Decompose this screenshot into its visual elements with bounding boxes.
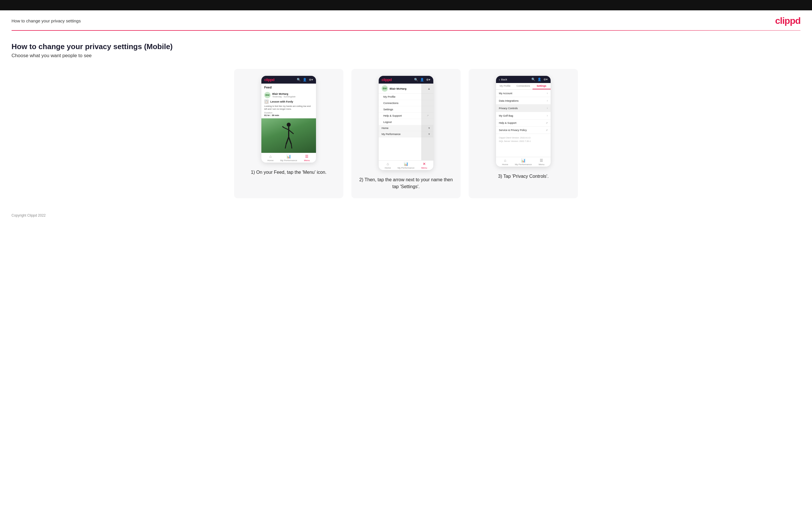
svg-line-5 — [286, 137, 289, 144]
version-line1: Clippd Client Version: 2022.8.3-3 — [499, 136, 548, 139]
dropdown-menu: BM Blair McHarg ▲ My Profile Connections… — [379, 83, 433, 160]
page-heading: How to change your privacy settings (Mob… — [11, 42, 801, 51]
feed-post: BM Blair McHarg Yesterday · Sunningdale … — [261, 90, 316, 118]
user-icon-3[interactable]: 👤 — [538, 77, 542, 81]
user-icon-2[interactable]: 👤 — [420, 78, 424, 81]
nav-home-3[interactable]: ⌂ Home — [496, 158, 514, 166]
chevron-right-golfbag-icon: › — [547, 114, 548, 117]
svg-line-3 — [283, 126, 284, 127]
external-link-policy-icon: ↗ — [546, 129, 548, 131]
settings-icon-3[interactable]: ⊕▾ — [544, 77, 548, 81]
nav-menu-3[interactable]: ☰ Menu — [532, 158, 551, 166]
lesson-title: Lesson with Fordy — [270, 100, 293, 103]
settings-empty-space — [496, 145, 551, 157]
menu-label-help: Help & Support — [383, 114, 402, 117]
nav-home-label-2: Home — [385, 167, 391, 169]
settings-icon-2[interactable]: ⊕▾ — [426, 78, 430, 81]
golf-image — [261, 118, 316, 153]
back-label[interactable]: Back — [501, 78, 507, 81]
steps-row: clippd 🔍 👤 ⊕▾ Feed BM Blair McHarg — [11, 69, 801, 198]
lesson-duration-val: 01 hr : 30 min — [264, 114, 313, 117]
settings-label-serviceprivacy: Service & Privacy Policy — [499, 129, 527, 131]
menu-icon: ☰ — [305, 154, 308, 159]
footer: Copyright Clippd 2022 — [0, 204, 812, 223]
svg-line-2 — [284, 127, 289, 130]
phone-bottomnav-3: ⌂ Home 📊 My Performance ☰ Menu — [496, 157, 551, 167]
user-left-2: BM Blair McHarg — [382, 85, 407, 92]
tab-settings[interactable]: Settings — [532, 83, 551, 89]
feed-label: Feed — [261, 83, 316, 90]
chevron-right-dataint-icon: › — [547, 99, 548, 102]
page-subheading: Choose what you want people to see — [11, 53, 801, 59]
svg-line-6 — [289, 137, 291, 144]
settings-tabs: My Profile Connections Settings — [496, 83, 551, 90]
settings-item-mygolfbag[interactable]: My Golf Bag › — [496, 112, 551, 119]
phone-topbar-icons-3: 🔍 👤 ⊕▾ — [531, 77, 548, 81]
nav-performance-1[interactable]: 📊 My Performance — [280, 154, 298, 162]
step-card-2: clippd 🔍 👤 ⊕▾ BM Blair McHarg ▲ — [351, 69, 461, 198]
post-user-name: Blair McHarg — [272, 93, 296, 95]
step-caption-2: 2) Then, tap the arrow next to your name… — [357, 176, 455, 190]
phone-topbar-icons-1: 🔍 👤 ⊕▾ — [297, 78, 313, 81]
home-icon: ⌂ — [269, 154, 272, 159]
close-icon-2: ✕ — [423, 162, 426, 166]
step-card-3: ‹ Back 🔍 👤 ⊕▾ My Profile Connections Set… — [469, 69, 578, 198]
header: How to change your privacy settings clip… — [0, 10, 812, 30]
version-line2: GQL Server Version: 2022.7.30-1 — [499, 139, 548, 143]
phone-topbar-icons-2: 🔍 👤 ⊕▾ — [414, 78, 430, 81]
home-icon-3: ⌂ — [504, 158, 506, 163]
header-title: How to change your privacy settings — [11, 18, 81, 23]
golfer-svg — [281, 121, 297, 150]
menu-label-myprofile: My Profile — [383, 95, 395, 98]
settings-item-privacycontrols[interactable]: Privacy Controls › — [496, 105, 551, 112]
chart-icon-3: 📊 — [521, 158, 525, 163]
svg-line-4 — [289, 130, 294, 134]
search-icon-3[interactable]: 🔍 — [531, 77, 536, 81]
tab-connections[interactable]: Connections — [514, 83, 532, 89]
settings-icon[interactable]: ⊕▾ — [309, 78, 313, 81]
phone-mockup-2: clippd 🔍 👤 ⊕▾ BM Blair McHarg ▲ — [379, 76, 433, 170]
settings-label-privacycontrols: Privacy Controls — [499, 107, 518, 110]
footer-copyright: Copyright Clippd 2022 — [11, 213, 46, 217]
lesson-desc: Looking to feel like my hands are exitin… — [264, 105, 313, 111]
back-arrow-icon[interactable]: ‹ — [499, 78, 500, 81]
nav-perf-label-2: My Performance — [398, 167, 415, 169]
step-caption-3: 3) Tap 'Privacy Controls'. — [498, 173, 549, 180]
step-card-1: clippd 🔍 👤 ⊕▾ Feed BM Blair McHarg — [234, 69, 343, 198]
search-icon[interactable]: 🔍 — [297, 78, 301, 81]
nav-home-label-3: Home — [502, 163, 508, 166]
phone-mockup-1: clippd 🔍 👤 ⊕▾ Feed BM Blair McHarg — [261, 76, 316, 163]
nav-menu-label-2: Menu — [421, 167, 427, 169]
nav-menu-1[interactable]: ☰ Menu — [298, 154, 316, 162]
chart-icon-2: 📊 — [404, 162, 408, 166]
post-user-sub: Yesterday · Sunningdale — [272, 95, 296, 98]
nav-home-2[interactable]: ⌂ Home — [379, 162, 397, 169]
chevron-right-privacy-icon: › — [547, 107, 548, 110]
main-content: How to change your privacy settings (Mob… — [0, 31, 812, 204]
phone-logo-2: clippd — [382, 77, 392, 82]
menu-section-home-label: Home — [382, 127, 389, 129]
lesson-duration-label: Duration — [264, 111, 313, 114]
menu-label-connections: Connections — [383, 101, 399, 105]
settings-item-helpsupport[interactable]: Help & Support ↗ — [496, 119, 551, 127]
phone-logo-1: clippd — [264, 77, 274, 82]
home-icon-2: ⌂ — [387, 162, 389, 166]
step-caption-1: 1) On your Feed, tap the 'Menu' icon. — [251, 169, 326, 176]
user-icon[interactable]: 👤 — [303, 78, 307, 81]
username-2: Blair McHarg — [390, 87, 407, 90]
tab-myprofile[interactable]: My Profile — [496, 83, 514, 89]
search-icon-2[interactable]: 🔍 — [414, 78, 418, 81]
settings-item-serviceprivacy[interactable]: Service & Privacy Policy ↗ — [496, 127, 551, 134]
settings-label-dataintegrations: Data Integrations — [499, 99, 519, 102]
nav-home-1[interactable]: ⌂ Home — [261, 154, 280, 162]
phone-topbar-2: clippd 🔍 👤 ⊕▾ — [379, 76, 433, 83]
nav-close-2[interactable]: ✕ Menu — [415, 162, 433, 169]
avatar-2: BM — [382, 85, 388, 92]
nav-performance-3[interactable]: 📊 My Performance — [514, 158, 532, 166]
menu-section-perf-label: My Performance — [382, 133, 401, 135]
nav-home-label-1: Home — [267, 159, 273, 162]
nav-performance-2[interactable]: 📊 My Performance — [397, 162, 415, 169]
phone-topbar-1: clippd 🔍 👤 ⊕▾ — [261, 76, 316, 83]
settings-item-myaccount[interactable]: My Account › — [496, 90, 551, 97]
settings-item-dataintegrations[interactable]: Data Integrations › — [496, 97, 551, 105]
